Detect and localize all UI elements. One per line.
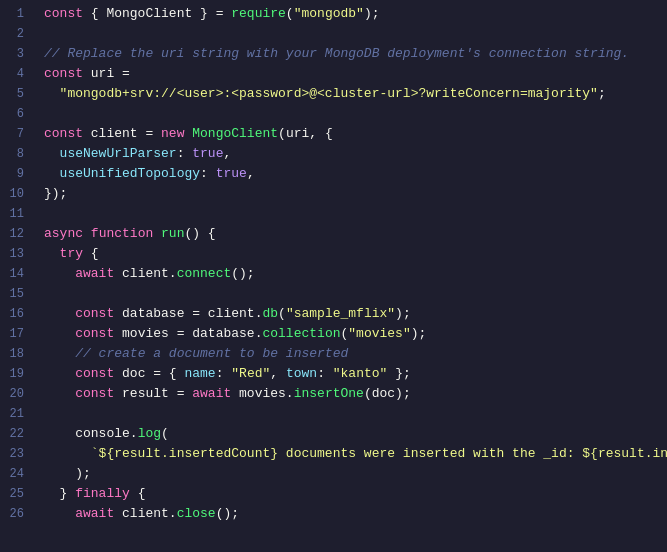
token-plain: } [44, 486, 75, 501]
token-plain: console. [44, 426, 138, 441]
token-plain: (); [216, 506, 239, 521]
line-number: 25 [8, 484, 24, 504]
token-plain: uri = [83, 66, 130, 81]
token-str: "movies" [348, 326, 410, 341]
token-kw: function [91, 226, 153, 241]
token-plain: , [223, 146, 231, 161]
token-plain [44, 86, 60, 101]
token-plain [44, 386, 75, 401]
line-number: 18 [8, 344, 24, 364]
code-line: const doc = { name: "Red", town: "kanto"… [44, 364, 659, 384]
token-fn: log [138, 426, 161, 441]
token-plain: { MongoClient } = [83, 6, 231, 21]
line-number: 17 [8, 324, 24, 344]
token-plain: (uri, { [278, 126, 333, 141]
token-plain [44, 366, 75, 381]
code-line: // create a document to be inserted [44, 344, 659, 364]
token-kw: const [75, 366, 114, 381]
token-plain: client = [83, 126, 161, 141]
code-line: const result = await movies.insertOne(do… [44, 384, 659, 404]
code-line: `${result.insertedCount} documents were … [44, 444, 659, 464]
line-number: 15 [8, 284, 24, 304]
code-line: const uri = [44, 64, 659, 84]
code-line: useUnifiedTopology: true, [44, 164, 659, 184]
code-line: try { [44, 244, 659, 264]
token-str: "Red" [231, 366, 270, 381]
token-kw: new [161, 126, 184, 141]
token-plain: : [200, 166, 216, 181]
token-plain [44, 146, 60, 161]
token-bool: true [216, 166, 247, 181]
token-kw: try [60, 246, 83, 261]
code-line [44, 104, 659, 124]
token-kw: const [75, 386, 114, 401]
token-plain: ( [161, 426, 169, 441]
token-plain [83, 226, 91, 241]
token-plain: , [247, 166, 255, 181]
line-number: 12 [8, 224, 24, 244]
code-line: } finally { [44, 484, 659, 504]
token-plain: : [177, 146, 193, 161]
line-number: 5 [8, 84, 24, 104]
line-number: 14 [8, 264, 24, 284]
line-number: 8 [8, 144, 24, 164]
code-line [44, 284, 659, 304]
token-plain: ( [278, 306, 286, 321]
token-plain: , [270, 366, 286, 381]
token-fn: insertOne [294, 386, 364, 401]
token-kw: await [75, 266, 114, 281]
token-kw: const [75, 306, 114, 321]
token-plain: ); [364, 6, 380, 21]
token-str: "mongodb" [294, 6, 364, 21]
token-plain: ); [411, 326, 427, 341]
token-fn: db [262, 306, 278, 321]
code-line [44, 204, 659, 224]
token-plain: ( [286, 6, 294, 21]
token-obj-key: useUnifiedTopology [60, 166, 200, 181]
token-plain: client. [114, 266, 176, 281]
token-str: "kanto" [333, 366, 388, 381]
token-plain [153, 226, 161, 241]
token-plain: movies = database. [114, 326, 262, 341]
code-line: // Replace the uri string with your Mong… [44, 44, 659, 64]
line-number: 10 [8, 184, 24, 204]
token-plain: result = [114, 386, 192, 401]
line-number: 1 [8, 4, 24, 24]
token-kw: const [75, 326, 114, 341]
token-plain: database = client. [114, 306, 262, 321]
token-fn: close [177, 506, 216, 521]
token-bool: true [192, 146, 223, 161]
code-content: const { MongoClient } = require("mongodb… [32, 4, 667, 524]
code-line: }); [44, 184, 659, 204]
line-number: 9 [8, 164, 24, 184]
token-plain: client. [114, 506, 176, 521]
token-kw: const [44, 126, 83, 141]
code-line: await client.close(); [44, 504, 659, 524]
token-plain: : [317, 366, 333, 381]
token-fn: collection [262, 326, 340, 341]
code-line: ); [44, 464, 659, 484]
line-number: 2 [8, 24, 24, 44]
code-line: const client = new MongoClient(uri, { [44, 124, 659, 144]
token-plain: { [130, 486, 146, 501]
token-kw: const [44, 66, 83, 81]
line-number: 6 [8, 104, 24, 124]
line-number: 26 [8, 504, 24, 524]
token-str: "sample_mflix" [286, 306, 395, 321]
code-line: async function run() { [44, 224, 659, 244]
token-plain: doc = { [114, 366, 184, 381]
code-line [44, 404, 659, 424]
token-obj-key: town [286, 366, 317, 381]
token-plain [44, 306, 75, 321]
token-plain: () { [184, 226, 215, 241]
line-number: 20 [8, 384, 24, 404]
line-number: 4 [8, 64, 24, 84]
token-plain: ); [44, 466, 91, 481]
token-kw: const [44, 6, 83, 21]
line-number: 13 [8, 244, 24, 264]
code-line: const movies = database.collection("movi… [44, 324, 659, 344]
line-number: 11 [8, 204, 24, 224]
token-plain [44, 166, 60, 181]
code-line: useNewUrlParser: true, [44, 144, 659, 164]
line-number: 21 [8, 404, 24, 424]
